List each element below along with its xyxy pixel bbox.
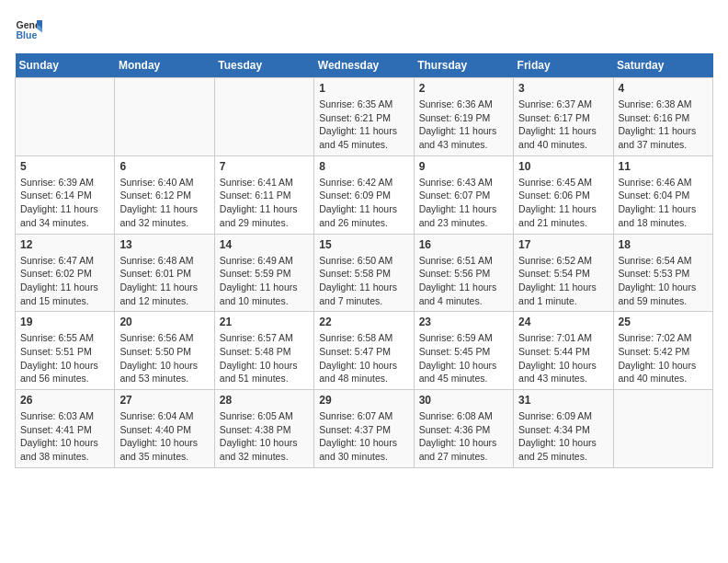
day-info: Sunrise: 7:01 AM Sunset: 5:44 PM Dayligh… (518, 331, 608, 385)
calendar-cell: 28Sunrise: 6:05 AM Sunset: 4:38 PM Dayli… (214, 390, 313, 468)
calendar-week-row: 19Sunrise: 6:55 AM Sunset: 5:51 PM Dayli… (16, 312, 713, 390)
day-number: 7 (220, 160, 309, 173)
calendar-cell: 30Sunrise: 6:08 AM Sunset: 4:36 PM Dayli… (414, 390, 513, 468)
day-info: Sunrise: 6:49 AM Sunset: 5:59 PM Dayligh… (220, 254, 309, 308)
day-number: 5 (20, 160, 109, 173)
page-header: General Blue (15, 15, 713, 42)
day-number: 10 (518, 160, 608, 173)
day-info: Sunrise: 6:46 AM Sunset: 6:04 PM Dayligh… (619, 176, 708, 230)
day-number: 20 (119, 316, 209, 328)
day-info: Sunrise: 6:52 AM Sunset: 5:54 PM Dayligh… (518, 254, 608, 308)
calendar-cell: 9Sunrise: 6:43 AM Sunset: 6:07 PM Daylig… (414, 155, 513, 234)
day-info: Sunrise: 6:36 AM Sunset: 6:19 PM Dayligh… (419, 98, 508, 152)
svg-text:Blue: Blue (17, 29, 38, 40)
calendar-cell: 8Sunrise: 6:42 AM Sunset: 6:09 PM Daylig… (314, 155, 414, 234)
day-number: 9 (419, 160, 508, 173)
calendar-cell: 29Sunrise: 6:07 AM Sunset: 4:37 PM Dayli… (314, 390, 414, 468)
day-number: 28 (220, 394, 309, 407)
calendar-cell: 13Sunrise: 6:48 AM Sunset: 6:01 PM Dayli… (115, 234, 214, 312)
day-number: 4 (619, 82, 708, 95)
day-info: Sunrise: 6:57 AM Sunset: 5:48 PM Dayligh… (220, 331, 309, 385)
calendar-cell: 6Sunrise: 6:40 AM Sunset: 6:12 PM Daylig… (115, 155, 214, 234)
calendar-cell: 23Sunrise: 6:59 AM Sunset: 5:45 PM Dayli… (414, 312, 513, 390)
day-info: Sunrise: 6:47 AM Sunset: 6:02 PM Dayligh… (20, 254, 109, 308)
calendar-cell: 24Sunrise: 7:01 AM Sunset: 5:44 PM Dayli… (514, 312, 613, 390)
calendar-cell: 21Sunrise: 6:57 AM Sunset: 5:48 PM Dayli… (214, 312, 313, 390)
day-info: Sunrise: 6:54 AM Sunset: 5:53 PM Dayligh… (619, 254, 708, 308)
day-info: Sunrise: 6:05 AM Sunset: 4:38 PM Dayligh… (220, 409, 309, 464)
calendar-cell: 20Sunrise: 6:56 AM Sunset: 5:50 PM Dayli… (115, 312, 214, 390)
day-number: 23 (419, 316, 508, 328)
day-number: 29 (319, 394, 408, 407)
day-info: Sunrise: 6:59 AM Sunset: 5:45 PM Dayligh… (419, 331, 508, 385)
calendar-cell: 26Sunrise: 6:03 AM Sunset: 4:41 PM Dayli… (16, 390, 115, 468)
day-number: 22 (319, 316, 408, 328)
day-of-week-header: Tuesday (214, 53, 313, 78)
day-number: 11 (619, 160, 708, 173)
calendar-header-row: SundayMondayTuesdayWednesdayThursdayFrid… (16, 53, 713, 78)
calendar-cell: 12Sunrise: 6:47 AM Sunset: 6:02 PM Dayli… (16, 234, 115, 312)
day-number: 17 (518, 238, 608, 251)
day-number: 2 (419, 82, 508, 95)
day-of-week-header: Friday (514, 53, 613, 78)
calendar-cell: 2Sunrise: 6:36 AM Sunset: 6:19 PM Daylig… (414, 78, 513, 156)
day-of-week-header: Monday (115, 53, 214, 78)
day-number: 24 (518, 316, 608, 328)
calendar-cell (214, 78, 313, 156)
day-info: Sunrise: 6:51 AM Sunset: 5:56 PM Dayligh… (419, 254, 508, 308)
day-info: Sunrise: 6:55 AM Sunset: 5:51 PM Dayligh… (20, 331, 109, 385)
calendar-cell: 15Sunrise: 6:50 AM Sunset: 5:58 PM Dayli… (314, 234, 414, 312)
day-info: Sunrise: 6:41 AM Sunset: 6:11 PM Dayligh… (220, 176, 309, 230)
day-number: 25 (619, 316, 708, 328)
calendar-week-row: 5Sunrise: 6:39 AM Sunset: 6:14 PM Daylig… (16, 155, 713, 234)
day-of-week-header: Wednesday (314, 53, 414, 78)
day-of-week-header: Thursday (414, 53, 513, 78)
calendar-cell: 3Sunrise: 6:37 AM Sunset: 6:17 PM Daylig… (514, 78, 613, 156)
day-info: Sunrise: 6:50 AM Sunset: 5:58 PM Dayligh… (319, 254, 408, 308)
day-info: Sunrise: 6:43 AM Sunset: 6:07 PM Dayligh… (419, 176, 508, 230)
day-info: Sunrise: 6:39 AM Sunset: 6:14 PM Dayligh… (20, 176, 109, 230)
day-number: 31 (518, 394, 608, 407)
day-number: 27 (119, 394, 209, 407)
logo: General Blue (15, 15, 46, 42)
calendar-cell: 31Sunrise: 6:09 AM Sunset: 4:34 PM Dayli… (514, 390, 613, 468)
day-number: 15 (319, 238, 408, 251)
day-info: Sunrise: 7:02 AM Sunset: 5:42 PM Dayligh… (619, 331, 708, 385)
calendar-week-row: 1Sunrise: 6:35 AM Sunset: 6:21 PM Daylig… (16, 78, 713, 156)
day-info: Sunrise: 6:04 AM Sunset: 4:40 PM Dayligh… (119, 409, 209, 464)
calendar-cell: 11Sunrise: 6:46 AM Sunset: 6:04 PM Dayli… (613, 155, 712, 234)
calendar-cell: 7Sunrise: 6:41 AM Sunset: 6:11 PM Daylig… (214, 155, 313, 234)
day-number: 3 (518, 82, 608, 95)
calendar-cell: 18Sunrise: 6:54 AM Sunset: 5:53 PM Dayli… (613, 234, 712, 312)
calendar-cell: 1Sunrise: 6:35 AM Sunset: 6:21 PM Daylig… (314, 78, 414, 156)
day-number: 14 (220, 238, 309, 251)
day-info: Sunrise: 6:03 AM Sunset: 4:41 PM Dayligh… (20, 409, 109, 464)
day-number: 6 (119, 160, 209, 173)
calendar-cell (115, 78, 214, 156)
calendar-week-row: 26Sunrise: 6:03 AM Sunset: 4:41 PM Dayli… (16, 390, 713, 468)
calendar-week-row: 12Sunrise: 6:47 AM Sunset: 6:02 PM Dayli… (16, 234, 713, 312)
day-number: 30 (419, 394, 508, 407)
calendar-table: SundayMondayTuesdayWednesdayThursdayFrid… (15, 53, 713, 468)
day-info: Sunrise: 6:35 AM Sunset: 6:21 PM Dayligh… (319, 98, 408, 152)
calendar-cell: 19Sunrise: 6:55 AM Sunset: 5:51 PM Dayli… (16, 312, 115, 390)
day-of-week-header: Saturday (613, 53, 712, 78)
day-info: Sunrise: 6:42 AM Sunset: 6:09 PM Dayligh… (319, 176, 408, 230)
calendar-cell: 4Sunrise: 6:38 AM Sunset: 6:16 PM Daylig… (613, 78, 712, 156)
calendar-cell: 17Sunrise: 6:52 AM Sunset: 5:54 PM Dayli… (514, 234, 613, 312)
day-number: 13 (119, 238, 209, 251)
calendar-cell: 16Sunrise: 6:51 AM Sunset: 5:56 PM Dayli… (414, 234, 513, 312)
day-info: Sunrise: 6:40 AM Sunset: 6:12 PM Dayligh… (119, 176, 209, 230)
calendar-cell: 5Sunrise: 6:39 AM Sunset: 6:14 PM Daylig… (16, 155, 115, 234)
day-info: Sunrise: 6:09 AM Sunset: 4:34 PM Dayligh… (518, 409, 608, 464)
day-of-week-header: Sunday (16, 53, 115, 78)
logo-icon: General Blue (15, 15, 42, 42)
day-info: Sunrise: 6:45 AM Sunset: 6:06 PM Dayligh… (518, 176, 608, 230)
day-info: Sunrise: 6:56 AM Sunset: 5:50 PM Dayligh… (119, 331, 209, 385)
calendar-cell: 27Sunrise: 6:04 AM Sunset: 4:40 PM Dayli… (115, 390, 214, 468)
day-number: 18 (619, 238, 708, 251)
calendar-cell: 10Sunrise: 6:45 AM Sunset: 6:06 PM Dayli… (514, 155, 613, 234)
day-info: Sunrise: 6:58 AM Sunset: 5:47 PM Dayligh… (319, 331, 408, 385)
day-number: 8 (319, 160, 408, 173)
day-info: Sunrise: 6:48 AM Sunset: 6:01 PM Dayligh… (119, 254, 209, 308)
